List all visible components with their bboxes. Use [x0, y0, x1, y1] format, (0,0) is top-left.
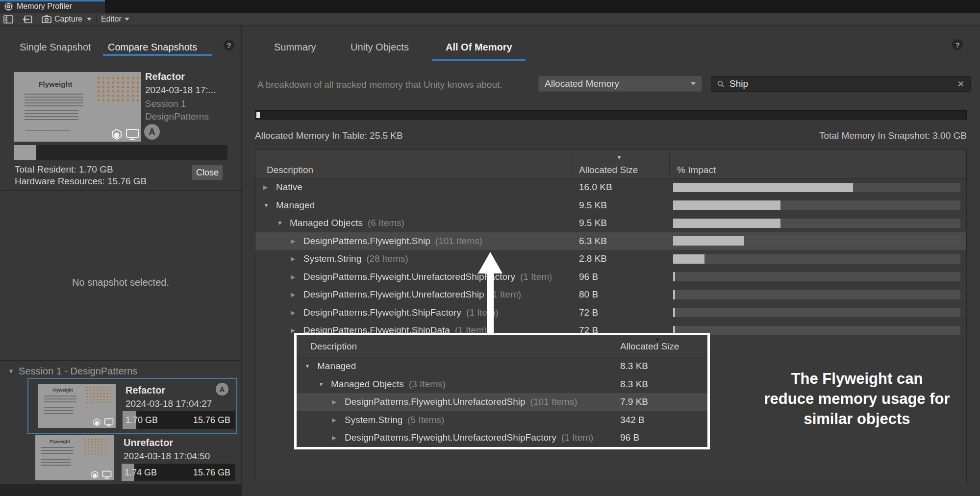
row-label: DesignPatterns.Flyweight.UnrefactoredShi…: [303, 289, 484, 300]
column-divider[interactable]: [572, 153, 572, 175]
expand-icon[interactable]: ▶: [291, 255, 303, 262]
thumb-text-lines: [41, 459, 71, 466]
impact-bar-track: [673, 290, 960, 299]
memory-profiler-icon: [4, 2, 13, 11]
expand-icon[interactable]: ▶: [332, 434, 345, 441]
expand-icon[interactable]: ▶: [291, 309, 303, 316]
snapshot-card-unrefactor[interactable]: Flyweight Unrefactor 2024-03-18 17:04:50…: [28, 434, 236, 485]
capture-button[interactable]: Capture: [38, 14, 86, 25]
snapshot-size: 1.70 GB: [126, 415, 158, 425]
sort-descending-icon: ▼: [616, 154, 622, 161]
table-row[interactable]: ▶System.String(5 Items)342 B: [297, 411, 707, 429]
row-description: ▼Managed Objects(6 Items): [255, 218, 572, 228]
table-row[interactable]: ▶DesignPatterns.Flyweight.ShipFactory(1 …: [255, 304, 966, 322]
impact-bar-track: [673, 236, 960, 246]
snapshot-project: DesignPatterns: [145, 111, 209, 122]
collapse-icon[interactable]: ▼: [304, 363, 317, 370]
table-row[interactable]: ▼Managed Objects(6 Items)9.5 KB: [255, 214, 966, 232]
table-row[interactable]: ▶DesignPatterns.Flyweight.UnrefactoredSh…: [255, 268, 966, 286]
row-allocated-size: 6.3 KB: [572, 236, 669, 247]
preview-title: Flyweight: [24, 80, 87, 88]
caption-line: reduce memory usage for: [720, 389, 980, 409]
table-row[interactable]: ▶DesignPatterns.Flyweight.Ship(101 Items…: [255, 232, 966, 250]
help-icon[interactable]: ?: [224, 40, 234, 50]
column-impact[interactable]: % Impact: [677, 165, 716, 175]
snapshot-date: 2024-03-18 17:04:50: [124, 451, 210, 462]
help-icon[interactable]: ?: [952, 39, 963, 50]
table-row[interactable]: ▶System.String(28 Items)2.8 KB: [255, 250, 966, 268]
table-row[interactable]: ▼Managed Objects(3 Items)8.3 KB: [297, 375, 707, 394]
close-button[interactable]: Close: [192, 165, 223, 180]
table-row[interactable]: ▶Native16.0 KB: [255, 178, 966, 197]
row-label: DesignPatterns.Flyweight.ShipFactory: [303, 307, 461, 318]
thumb-title: Flyweight: [43, 388, 82, 393]
expand-icon[interactable]: ▶: [263, 184, 276, 191]
row-description: ▶DesignPatterns.Flyweight.Ship(101 Items…: [255, 236, 572, 247]
column-description[interactable]: Description: [310, 341, 357, 352]
toggle-sidebar-button[interactable]: [0, 14, 17, 25]
row-label: DesignPatterns.Flyweight.UnrefactoredShi…: [345, 432, 556, 443]
annotation-caption: The Flyweight can reduce memory usage fo…: [720, 369, 980, 429]
table-row[interactable]: ▶DesignPatterns.Flyweight.UnrefactoredSh…: [297, 429, 707, 447]
expand-icon[interactable]: ▶: [332, 398, 345, 405]
row-item-count: (101 Items): [435, 236, 482, 247]
row-item-count: (101 Items): [530, 397, 578, 407]
active-tab-underline: [432, 59, 526, 61]
capture-dropdown[interactable]: [86, 14, 95, 25]
search-input[interactable]: Ship ✕: [711, 76, 971, 92]
snapshot-total: 15.76 GB: [193, 468, 230, 478]
editor-dropdown[interactable]: Editor: [98, 14, 133, 25]
row-impact-cell: [669, 254, 966, 264]
hardware-resources-label: Hardware Resources: 15.76 GB: [15, 176, 147, 187]
snapshot-size: 1.74 GB: [125, 468, 157, 478]
sidebar-panel-icon: [3, 15, 13, 24]
column-allocated-size[interactable]: Allocated Size: [579, 165, 638, 175]
column-divider[interactable]: [669, 153, 670, 175]
chevron-down-icon: [691, 82, 696, 85]
sidebar: Single Snapshot Compare Snapshots ? Flyw…: [0, 26, 241, 496]
collapse-icon[interactable]: ▼: [263, 202, 276, 209]
table-row[interactable]: ▼Managed9.5 KB: [255, 197, 966, 215]
window-title: Memory Profiler: [17, 2, 72, 11]
table-row[interactable]: ▶DesignPatterns.Flyweight.UnrefactoredSh…: [255, 286, 966, 304]
snapshot-preview-image[interactable]: Flyweight: [14, 72, 141, 142]
table-row[interactable]: ▶DesignPatterns.Flyweight.UnrefactoredSh…: [297, 393, 707, 411]
snapshot-date: 2024-03-18 17:04:27: [126, 398, 212, 409]
session-badge: A: [216, 383, 228, 396]
row-item-count: (5 Items): [407, 415, 444, 425]
expand-icon[interactable]: ▶: [291, 273, 303, 280]
toolbar: Capture Editor: [0, 13, 980, 26]
popup-header: Description ▼ Allocated Size: [297, 335, 707, 357]
snapshot-name: Refactor: [126, 385, 165, 396]
impact-bar-fill: [673, 272, 675, 281]
view-description: A breakdown of all tracked memory that U…: [257, 79, 503, 90]
active-tab-underline: [103, 54, 212, 56]
tab-all-of-memory[interactable]: All Of Memory: [446, 42, 512, 53]
session-expander-icon[interactable]: ▼: [8, 368, 14, 375]
impact-bar-fill: [673, 254, 704, 264]
memory-filter-dropdown[interactable]: Allocated Memory: [538, 76, 702, 92]
expand-icon[interactable]: ▶: [291, 291, 303, 298]
clear-search-icon[interactable]: ✕: [957, 79, 964, 89]
impact-bar-fill: [673, 308, 675, 317]
row-impact-cell: [669, 219, 966, 228]
divider: [0, 190, 241, 191]
caption-line: The Flyweight can: [720, 369, 980, 389]
tab-compare-snapshots[interactable]: Compare Snapshots: [108, 42, 197, 53]
row-item-count: (1 Item): [561, 432, 593, 443]
import-snapshot-button[interactable]: [19, 14, 36, 25]
row-description: ▶System.String(5 Items): [297, 415, 613, 425]
column-allocated-size[interactable]: Allocated Size: [620, 341, 679, 352]
column-description[interactable]: Description: [267, 165, 313, 175]
collapse-icon[interactable]: ▼: [277, 220, 290, 226]
tab-unity-objects[interactable]: Unity Objects: [351, 42, 409, 53]
row-description: ▼Managed: [255, 200, 572, 211]
collapse-icon[interactable]: ▼: [318, 381, 331, 388]
snapshot-card-refactor[interactable]: Flyweight Refactor A 2024-03-18 17:04:27…: [28, 379, 236, 433]
expand-icon[interactable]: ▶: [291, 238, 303, 245]
tab-single-snapshot[interactable]: Single Snapshot: [20, 42, 91, 53]
expand-icon[interactable]: ▶: [332, 417, 345, 423]
tab-summary[interactable]: Summary: [274, 42, 316, 53]
row-allocated-size: 80 B: [572, 289, 669, 300]
table-row[interactable]: ▼Managed8.3 KB: [297, 357, 707, 375]
